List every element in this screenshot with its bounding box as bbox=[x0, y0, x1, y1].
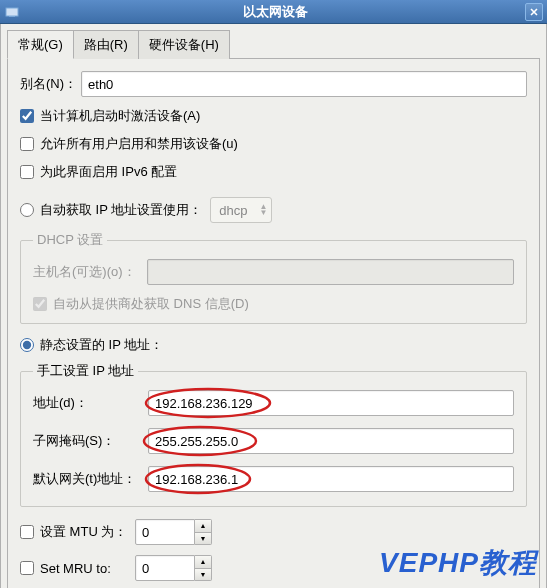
mtu-checkbox[interactable] bbox=[20, 525, 34, 539]
activate-on-boot-label: 当计算机启动时激活设备(A) bbox=[40, 107, 200, 125]
auto-dns-checkbox bbox=[33, 297, 47, 311]
hostname-input bbox=[147, 259, 514, 285]
alias-label: 别名(N)： bbox=[20, 75, 77, 93]
address-label: 地址(d)： bbox=[33, 394, 148, 412]
alias-row: 别名(N)： bbox=[20, 71, 527, 97]
allow-all-users-row: 允许所有用户启用和禁用该设备(u) bbox=[20, 135, 527, 153]
static-legend: 手工设置 IP 地址 bbox=[33, 362, 138, 380]
window-title: 以太网设备 bbox=[26, 3, 525, 21]
static-ip-row: 静态设置的 IP 地址： bbox=[20, 336, 527, 354]
auto-dns-row: 自动从提供商处获取 DNS 信息(D) bbox=[33, 295, 514, 313]
mtu-step-up[interactable]: ▲ bbox=[195, 520, 211, 533]
close-button[interactable] bbox=[525, 3, 543, 21]
enable-ipv6-row: 为此界面启用 IPv6 配置 bbox=[20, 163, 527, 181]
hostname-label: 主机名(可选)(o)： bbox=[33, 263, 143, 281]
watermark-text: VEPHP教程 bbox=[379, 544, 537, 582]
address-row: 地址(d)： bbox=[33, 390, 514, 416]
static-fieldset: 手工设置 IP 地址 地址(d)： 子网掩码(S)： 默认网关(t)地址： bbox=[20, 362, 527, 507]
close-icon bbox=[530, 8, 538, 16]
mru-label: Set MRU to: bbox=[40, 561, 135, 576]
mru-step-down[interactable]: ▼ bbox=[195, 569, 211, 581]
tab-bar: 常规(G) 路由(R) 硬件设备(H) bbox=[7, 30, 540, 59]
mtu-row: 设置 MTU 为： ▲ ▼ bbox=[20, 519, 527, 545]
dhcp-fieldset: DHCP 设置 主机名(可选)(o)： 自动从提供商处获取 DNS 信息(D) bbox=[20, 231, 527, 324]
auto-dns-label: 自动从提供商处获取 DNS 信息(D) bbox=[53, 295, 249, 313]
auto-ip-row: 自动获取 IP 地址设置使用： dhcp ▲▼ bbox=[20, 197, 527, 223]
static-ip-radio[interactable] bbox=[20, 338, 34, 352]
dhcp-combo: dhcp ▲▼ bbox=[210, 197, 272, 223]
gateway-row: 默认网关(t)地址： bbox=[33, 466, 514, 492]
window-titlebar: 以太网设备 bbox=[0, 0, 547, 24]
mtu-spinner: ▲ ▼ bbox=[135, 519, 212, 545]
dhcp-combo-value: dhcp bbox=[219, 203, 247, 218]
mru-input[interactable] bbox=[135, 555, 195, 581]
auto-ip-radio[interactable] bbox=[20, 203, 34, 217]
gateway-label: 默认网关(t)地址： bbox=[33, 470, 148, 488]
window-body: 常规(G) 路由(R) 硬件设备(H) 别名(N)： 当计算机启动时激活设备(A… bbox=[0, 24, 547, 588]
tab-general[interactable]: 常规(G) bbox=[7, 30, 74, 59]
activate-on-boot-row: 当计算机启动时激活设备(A) bbox=[20, 107, 527, 125]
mru-spinner: ▲ ▼ bbox=[135, 555, 212, 581]
static-ip-label: 静态设置的 IP 地址： bbox=[40, 336, 163, 354]
tab-hardware[interactable]: 硬件设备(H) bbox=[138, 30, 230, 59]
mtu-step-down[interactable]: ▼ bbox=[195, 533, 211, 545]
mru-step-up[interactable]: ▲ bbox=[195, 556, 211, 569]
mru-checkbox[interactable] bbox=[20, 561, 34, 575]
chevron-updown-icon: ▲▼ bbox=[259, 204, 267, 216]
enable-ipv6-checkbox[interactable] bbox=[20, 165, 34, 179]
tab-content-general: 别名(N)： 当计算机启动时激活设备(A) 允许所有用户启用和禁用该设备(u) … bbox=[7, 58, 540, 588]
dhcp-legend: DHCP 设置 bbox=[33, 231, 107, 249]
gateway-input[interactable] bbox=[148, 466, 514, 492]
netmask-row: 子网掩码(S)： bbox=[33, 428, 514, 454]
allow-all-users-checkbox[interactable] bbox=[20, 137, 34, 151]
svg-rect-0 bbox=[6, 8, 18, 16]
tab-route[interactable]: 路由(R) bbox=[73, 30, 139, 59]
alias-input[interactable] bbox=[81, 71, 527, 97]
activate-on-boot-checkbox[interactable] bbox=[20, 109, 34, 123]
enable-ipv6-label: 为此界面启用 IPv6 配置 bbox=[40, 163, 177, 181]
address-input[interactable] bbox=[148, 390, 514, 416]
window-app-icon bbox=[4, 4, 20, 20]
auto-ip-label: 自动获取 IP 地址设置使用： bbox=[40, 201, 202, 219]
hostname-row: 主机名(可选)(o)： bbox=[33, 259, 514, 285]
mtu-input[interactable] bbox=[135, 519, 195, 545]
mtu-label: 设置 MTU 为： bbox=[40, 523, 135, 541]
allow-all-users-label: 允许所有用户启用和禁用该设备(u) bbox=[40, 135, 238, 153]
netmask-label: 子网掩码(S)： bbox=[33, 432, 148, 450]
svg-rect-1 bbox=[9, 16, 15, 17]
netmask-input[interactable] bbox=[148, 428, 514, 454]
